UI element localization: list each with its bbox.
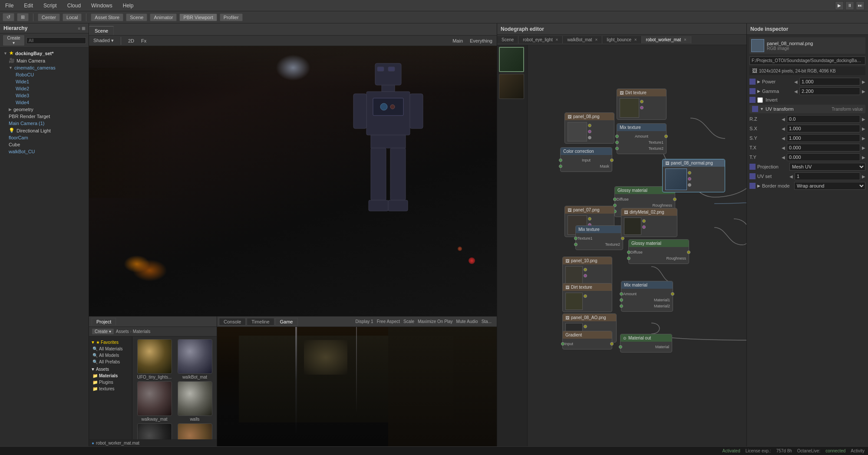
inspector-rz-left[interactable]: ◀ [782, 117, 785, 122]
node-tab-scene[interactable]: Scene [497, 36, 518, 43]
asset-walls[interactable]: walls [175, 381, 214, 422]
hier-item-wide2[interactable]: Wide2 [0, 85, 89, 92]
hier-item-dockingbay[interactable]: ▼ ★ dockingBay_set* [0, 49, 89, 57]
node-dirt-texture1[interactable]: 🖼 Dirt texture [617, 89, 667, 120]
hier-item-pbrrender[interactable]: PBR Render Target [0, 113, 89, 120]
node-tab-robot-worker[interactable]: robot_worker_mat × [642, 36, 691, 43]
hier-item-maincamera[interactable]: 🎥 Main Camera [0, 57, 89, 64]
node-glossy-mat2[interactable]: Glossy material Diffuse Roughness [628, 239, 689, 264]
node-tab-light-bounce-close[interactable]: × [634, 37, 637, 42]
proj-materials[interactable]: 📁Materials [91, 373, 130, 379]
pause-button[interactable]: ⏸ [845, 1, 854, 10]
hier-item-geometry[interactable]: ▶ geometry [0, 106, 89, 113]
hier-item-wide4[interactable]: Wide4 [0, 99, 89, 106]
vp-shaded-btn[interactable]: Shaded ▾ [92, 37, 116, 44]
proj-plugins[interactable]: 📁Plugins [91, 379, 130, 386]
inspector-sx-right[interactable]: ▶ [862, 126, 865, 131]
inspector-rz-value[interactable]: 0.0 [787, 115, 860, 123]
inspector-sy-right[interactable]: ▶ [862, 136, 865, 141]
hier-item-maincamera1[interactable]: Main Camera (1) [0, 120, 89, 127]
inspector-ty-value[interactable]: 0.000 [787, 153, 860, 161]
hier-item-wide1[interactable]: Wide1 [0, 78, 89, 85]
inspector-sy-left[interactable]: ◀ [782, 136, 785, 141]
toolbar-snap[interactable]: ⊞ [17, 13, 29, 21]
inspector-uvset-left[interactable]: ◀ [789, 174, 793, 179]
inspector-rz-right[interactable]: ▶ [862, 117, 865, 122]
node-tab-light-bounce[interactable]: light_bounce × [602, 36, 641, 43]
inspector-border-select[interactable]: Wrap around [794, 182, 865, 190]
node-panel08-png[interactable]: 🖼 panel_08.png [564, 112, 614, 144]
inspector-sx-left[interactable]: ◀ [782, 126, 785, 131]
menu-file[interactable]: File [3, 2, 15, 10]
node-tab-robot-eye-close[interactable]: × [556, 37, 558, 42]
inspector-ty-left[interactable]: ◀ [782, 155, 785, 160]
inspector-ty-right[interactable]: ▶ [862, 155, 865, 160]
vp-main-btn[interactable]: Main [451, 37, 465, 44]
hier-item-dirlight[interactable]: 💡 Directional Light [0, 127, 89, 134]
node-mix-texture1[interactable]: Mix texture Amount Texture1 [617, 123, 667, 154]
menu-windows[interactable]: Windows [89, 2, 114, 10]
hier-item-cube[interactable]: Cube [0, 141, 89, 148]
inspector-gamma-value[interactable]: 2.200 [799, 87, 860, 95]
inspector-uvset-right[interactable]: ▶ [862, 174, 865, 179]
game-tab-console[interactable]: Console [219, 318, 246, 326]
node-dirt-texture2[interactable]: 🖼 Dirt texture [562, 283, 612, 312]
node-mix-material[interactable]: Mix material Amount Material1 [621, 281, 673, 312]
asset-woodbeams[interactable]: woodbeams [175, 423, 214, 439]
toolbar-local[interactable]: Local [63, 13, 82, 21]
node-panel08-normal[interactable]: 🖼 panel_08_normal.png [662, 159, 725, 192]
node-color-correction[interactable]: Color correction Input Mask [560, 147, 612, 172]
proj-textures[interactable]: 📁textures [91, 386, 130, 392]
inspector-power-value[interactable]: 1.000 [799, 78, 860, 86]
game-maximize-label[interactable]: Maximize On Play [418, 319, 453, 324]
vp-2d-btn[interactable]: 2D [126, 37, 136, 44]
asset-walkbot[interactable]: walkBot_mat [175, 339, 214, 379]
tab-pbr-viewport[interactable]: PBR Viewport [179, 13, 217, 21]
hier-item-walkbot[interactable]: walkBot_CU [0, 148, 89, 155]
proj-all-prefabs[interactable]: 🔍All Prefabs [91, 359, 130, 365]
game-tab-game[interactable]: Game [275, 318, 298, 326]
proj-tab-project[interactable]: Project [92, 318, 116, 325]
inspector-uvset-value[interactable]: 1 [795, 172, 860, 180]
tab-scene-viewport[interactable]: Scene [89, 26, 114, 35]
vp-fx-btn[interactable]: Fx [139, 37, 148, 44]
inspector-invert-checkbox[interactable] [757, 97, 763, 103]
inspector-gamma-slider-right[interactable]: ▶ [862, 89, 865, 94]
node-panel10-png[interactable]: 🖼 panel_10.png [562, 257, 612, 286]
node-tab-walkbot[interactable]: walkBot_mat × [563, 36, 602, 43]
proj-all-models[interactable]: 🔍All Models [91, 352, 130, 359]
proj-create-btn[interactable]: Create ▾ [92, 328, 114, 335]
hier-item-wide3[interactable]: Wide3 [0, 92, 89, 99]
inspector-sx-value[interactable]: 1.000 [787, 125, 860, 132]
tab-animator[interactable]: Animator [150, 13, 177, 21]
game-tab-timeline[interactable]: Timeline [247, 318, 274, 326]
inspector-power-slider-right[interactable]: ▶ [862, 79, 865, 84]
play-button[interactable]: ▶ [835, 1, 844, 10]
asset-walkway[interactable]: walkway_mat [135, 381, 174, 422]
hierarchy-create-btn[interactable]: Create ▾ [3, 35, 25, 46]
menu-cloud[interactable]: Cloud [66, 2, 83, 10]
proj-all-materials[interactable]: 🔍All Materials [91, 346, 130, 352]
asset-wheels[interactable]: wheels_mat [135, 423, 174, 439]
step-button[interactable]: ⏭ [856, 1, 865, 10]
toolbar-center[interactable]: Center [38, 13, 60, 21]
game-mute-label[interactable]: Mute Audio [456, 319, 478, 324]
node-thumb-active[interactable] [499, 47, 524, 72]
hier-item-floorcam[interactable]: floorCam [0, 134, 89, 141]
tab-profiler[interactable]: Profiler [220, 13, 243, 21]
inspector-sy-value[interactable]: 1.000 [787, 134, 860, 142]
vp-everything-btn[interactable]: Everything [468, 37, 494, 44]
inspector-projection-select[interactable]: Mesh UV [789, 163, 865, 171]
inspector-gamma-slider-left[interactable]: ◀ [794, 89, 798, 94]
toolbar-reset[interactable]: ↺ [3, 13, 14, 21]
hierarchy-icons[interactable]: ≡ ⊞ [78, 26, 85, 31]
asset-ufo-lights[interactable]: UFO_tiny_lights... [135, 339, 174, 379]
node-thumb-1[interactable] [499, 74, 524, 99]
node-gradient[interactable]: Gradient Input [562, 331, 612, 349]
tab-asset-store[interactable]: Asset Store [91, 13, 123, 21]
hierarchy-search-input[interactable] [26, 37, 86, 44]
node-tab-walkbot-close[interactable]: × [595, 37, 597, 42]
game-stat-label[interactable]: Sta... [482, 319, 492, 324]
node-material-out[interactable]: ⊙ Material out Material [620, 334, 672, 353]
inspector-power-slider-left[interactable]: ◀ [794, 79, 798, 84]
